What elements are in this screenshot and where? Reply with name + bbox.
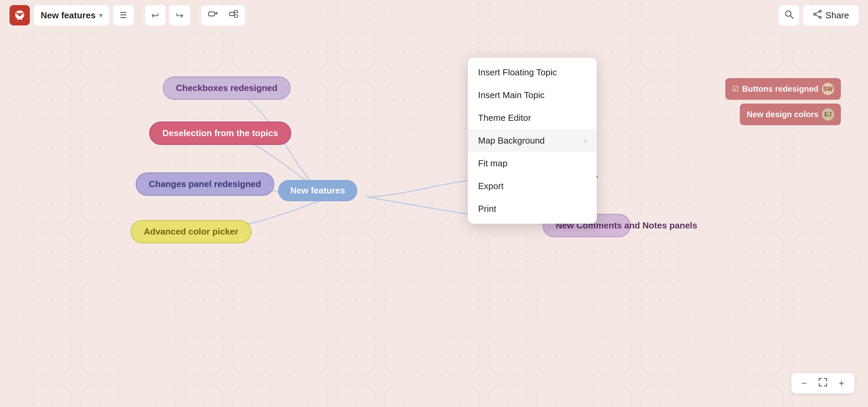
menu-item-insert-main[interactable]: Insert Main Topic <box>468 84 597 107</box>
topic-changes[interactable]: Changes panel redesigned <box>136 172 274 196</box>
insert-floating-icon <box>208 9 218 21</box>
menu-item-map-background-label: Map Background <box>478 135 545 146</box>
share-button[interactable]: Share <box>803 5 859 25</box>
menu-button[interactable]: ☰ <box>113 5 134 25</box>
svg-point-15 <box>814 13 816 15</box>
menu-item-print[interactable]: Print <box>468 198 597 220</box>
mindmap-canvas[interactable]: New features Checkboxes redesigned Desel… <box>0 31 868 407</box>
insert-floating-button[interactable] <box>204 8 222 23</box>
topic-checkboxes[interactable]: Checkboxes redesigned <box>163 76 291 100</box>
topic-color-picker[interactable]: Advanced color picker <box>131 220 252 243</box>
menu-item-export-label: Export <box>478 181 504 191</box>
insert-main-button[interactable] <box>224 8 242 23</box>
card-buttons-avatar: SW <box>822 83 834 95</box>
svg-rect-6 <box>230 12 234 16</box>
topic-checkboxes-label: Checkboxes redesigned <box>176 83 277 93</box>
undo-button[interactable]: ↩ <box>145 5 165 25</box>
menu-item-insert-floating[interactable]: Insert Floating Topic <box>468 61 597 84</box>
card-new-design-colors: New design colors EJ <box>740 104 841 125</box>
svg-rect-3 <box>209 12 215 16</box>
toolbar-divider <box>139 8 140 22</box>
search-button[interactable] <box>779 5 799 25</box>
svg-point-1 <box>16 12 18 14</box>
card-buttons-redesigned: ☑ Buttons redesigned SW <box>725 78 841 100</box>
undo-icon: ↩ <box>151 10 159 21</box>
card-new-design-avatar: EJ <box>822 108 834 121</box>
svg-line-12 <box>790 16 793 18</box>
svg-rect-7 <box>234 11 238 13</box>
chevron-right-icon: › <box>584 137 587 145</box>
zoom-out-icon: − <box>802 378 807 389</box>
svg-line-17 <box>816 15 819 17</box>
app-logo <box>9 5 30 25</box>
center-node[interactable]: New features <box>278 180 357 201</box>
topic-color-picker-label: Advanced color picker <box>144 226 238 237</box>
redo-button[interactable]: ↪ <box>170 5 190 25</box>
card-buttons-label: Buttons redesigned <box>742 84 818 94</box>
doc-title-button[interactable]: New features ▾ <box>34 5 109 25</box>
checkbox-icon: ☑ <box>732 85 739 93</box>
svg-point-14 <box>819 16 821 18</box>
svg-point-2 <box>21 12 23 14</box>
zoom-in-icon: + <box>839 378 844 389</box>
toolbar: New features ▾ ☰ ↩ ↪ <box>0 0 868 31</box>
menu-item-insert-main-label: Insert Main Topic <box>478 90 545 100</box>
menu-item-theme-editor-label: Theme Editor <box>478 113 531 123</box>
doc-title-text: New features <box>41 10 96 21</box>
zoom-fit-button[interactable] <box>814 376 831 391</box>
card-new-design-label: New design colors <box>747 110 818 119</box>
zoom-controls: − + <box>791 373 854 393</box>
topic-deselection[interactable]: Deselection from the topics <box>149 122 291 145</box>
topic-changes-label: Changes panel redesigned <box>149 179 261 189</box>
insert-main-icon <box>228 9 238 21</box>
chevron-down-icon: ▾ <box>99 11 102 19</box>
menu-item-fit-map-label: Fit map <box>478 158 508 169</box>
redo-icon: ↪ <box>176 10 183 21</box>
zoom-out-button[interactable]: − <box>797 376 812 391</box>
center-node-label: New features <box>290 185 345 196</box>
toolbar-right: Share <box>779 5 859 25</box>
menu-item-export[interactable]: Export <box>468 175 597 198</box>
share-label: Share <box>826 10 849 21</box>
hamburger-icon: ☰ <box>120 11 127 20</box>
menu-item-print-label: Print <box>478 204 496 214</box>
context-menu: Insert Floating Topic Insert Main Topic … <box>468 58 597 224</box>
svg-point-13 <box>819 10 821 12</box>
svg-line-16 <box>816 12 819 14</box>
search-icon <box>784 9 794 22</box>
menu-item-insert-floating-label: Insert Floating Topic <box>478 67 557 78</box>
toolbar-divider-2 <box>195 8 196 22</box>
menu-item-map-background[interactable]: Map Background › <box>468 129 597 152</box>
svg-point-0 <box>18 13 21 16</box>
menu-item-fit-map[interactable]: Fit map <box>468 152 597 175</box>
topic-deselection-label: Deselection from the topics <box>162 128 278 138</box>
menu-item-theme-editor[interactable]: Theme Editor <box>468 107 597 129</box>
toolbar-left: New features ▾ ☰ ↩ ↪ <box>9 5 245 25</box>
zoom-fit-icon <box>818 377 828 389</box>
share-icon <box>813 10 822 21</box>
zoom-in-button[interactable]: + <box>834 376 849 391</box>
svg-rect-8 <box>234 15 238 17</box>
insert-buttons-group <box>201 5 245 25</box>
